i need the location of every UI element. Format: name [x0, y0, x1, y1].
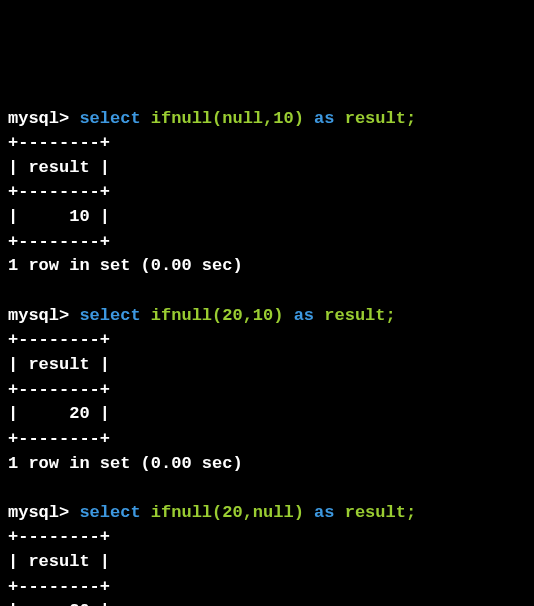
table-row: | 20 |	[8, 402, 526, 427]
sql-as: as	[294, 306, 314, 325]
table-header: | result |	[8, 550, 526, 575]
sql-space	[334, 109, 344, 128]
table-border: +--------+	[8, 427, 526, 452]
table-border: +--------+	[8, 525, 526, 550]
mysql-prompt: mysql>	[8, 503, 69, 522]
sql-select: select	[79, 109, 140, 128]
table-header: | result |	[8, 353, 526, 378]
query-block-2: mysql> select ifnull(20,10) as result;	[8, 304, 526, 329]
sql-func: ifnull(20,null)	[151, 503, 304, 522]
sql-space	[141, 503, 151, 522]
table-header: | result |	[8, 156, 526, 181]
result-footer: 1 row in set (0.00 sec)	[8, 452, 526, 477]
sql-space	[304, 109, 314, 128]
sql-space	[304, 503, 314, 522]
sql-space	[141, 109, 151, 128]
sql-space	[314, 306, 324, 325]
sql-func: ifnull(20,10)	[151, 306, 284, 325]
table-border: +--------+	[8, 131, 526, 156]
mysql-prompt: mysql>	[8, 306, 69, 325]
table-border: +--------+	[8, 230, 526, 255]
sql-as: as	[314, 109, 334, 128]
sql-alias: result;	[345, 109, 416, 128]
result-footer: 1 row in set (0.00 sec)	[8, 254, 526, 279]
table-row: | 10 |	[8, 205, 526, 230]
table-border: +--------+	[8, 180, 526, 205]
blank-line	[8, 476, 526, 501]
table-border: +--------+	[8, 328, 526, 353]
sql-func: ifnull(null,10)	[151, 109, 304, 128]
sql-space	[283, 306, 293, 325]
table-row: | 20 |	[8, 599, 526, 606]
sql-space	[141, 306, 151, 325]
sql-as: as	[314, 503, 334, 522]
query-block-1: mysql> select ifnull(null,10) as result;	[8, 107, 526, 132]
sql-select: select	[79, 503, 140, 522]
query-block-3: mysql> select ifnull(20,null) as result;	[8, 501, 526, 526]
sql-space	[334, 503, 344, 522]
blank-line	[8, 279, 526, 304]
table-border: +--------+	[8, 378, 526, 403]
sql-select: select	[79, 306, 140, 325]
sql-alias: result;	[345, 503, 416, 522]
terminal-output: mysql> select ifnull(null,10) as result;…	[8, 107, 526, 606]
sql-alias: result;	[324, 306, 395, 325]
table-border: +--------+	[8, 575, 526, 600]
mysql-prompt: mysql>	[8, 109, 69, 128]
